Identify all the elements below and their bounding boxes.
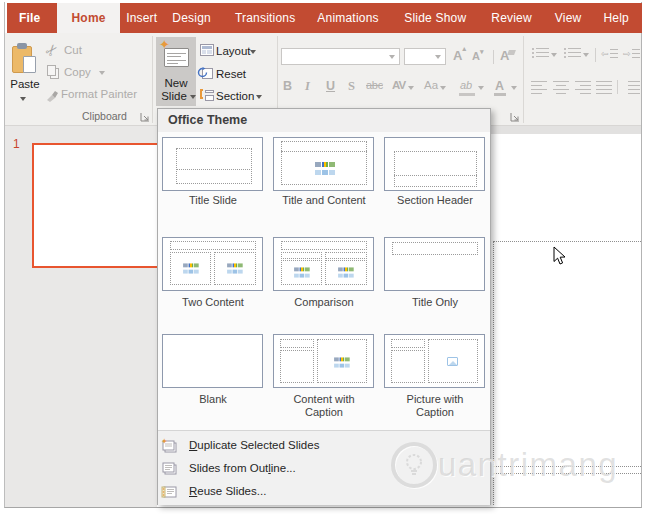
paste-dropdown-arrow[interactable] xyxy=(20,97,26,101)
tab-transitions[interactable]: Transitions xyxy=(225,3,304,33)
tab-view[interactable]: View xyxy=(544,3,593,33)
change-case-arrow[interactable] xyxy=(440,86,446,90)
new-slide-dropdown-arrow[interactable] xyxy=(190,95,196,99)
clear-formatting-button[interactable]: A xyxy=(500,48,509,63)
layout-label: Title Only xyxy=(380,296,490,309)
layout-comparison[interactable] xyxy=(273,237,374,291)
grow-font-button[interactable]: A▴ xyxy=(453,48,462,63)
line-spacing-icon[interactable] xyxy=(628,81,640,97)
font-color-button[interactable]: A xyxy=(495,79,504,93)
font-size-combobox[interactable] xyxy=(404,48,446,65)
character-spacing-arrow[interactable] xyxy=(408,86,414,90)
format-painter-label[interactable]: Format Painter xyxy=(61,88,137,100)
copy-icon[interactable] xyxy=(47,65,62,79)
text-highlight-button[interactable]: ab xyxy=(460,79,472,91)
number-dot xyxy=(564,52,566,54)
placeholder-outline xyxy=(392,242,478,255)
menu-duplicate-selected-slides[interactable]: ✦ Duplicate Selected Slides xyxy=(158,435,490,458)
layout-picture-with-caption[interactable] xyxy=(384,334,485,388)
section-dropdown-arrow[interactable] xyxy=(256,95,262,99)
tab-design[interactable]: Design xyxy=(164,3,220,33)
shrink-font-button[interactable]: A▾ xyxy=(472,50,480,62)
strikethrough-button[interactable]: abc xyxy=(366,79,383,91)
increase-indent-icon[interactable]: ⇨ xyxy=(623,49,631,59)
layout-icon[interactable] xyxy=(200,44,214,56)
format-painter-icon[interactable] xyxy=(45,88,60,106)
placeholder-outline xyxy=(280,339,314,348)
mini-separator xyxy=(617,80,618,94)
underline-button[interactable]: U xyxy=(326,79,335,93)
tab-slide-show[interactable]: Slide Show xyxy=(391,3,479,33)
copy-label[interactable]: Copy xyxy=(64,66,91,78)
decrease-indent-icon[interactable]: ⇦ xyxy=(601,49,609,59)
numbering-icon[interactable] xyxy=(568,48,581,60)
numbering-arrow[interactable] xyxy=(583,53,589,57)
slide-thumbnail[interactable] xyxy=(32,143,162,268)
layout-title-only[interactable] xyxy=(384,237,485,291)
section-label[interactable]: Section xyxy=(216,90,254,102)
align-right-icon[interactable] xyxy=(575,81,591,97)
new-slide-label-line1: New xyxy=(156,77,196,89)
bold-button[interactable]: B xyxy=(283,79,292,93)
bullets-arrow[interactable] xyxy=(551,53,557,57)
layout-two-content[interactable] xyxy=(162,237,263,291)
change-case-button[interactable]: Aa xyxy=(424,79,438,91)
text-shadow-button[interactable]: S xyxy=(348,79,355,94)
layout-title-slide[interactable] xyxy=(162,137,263,191)
subtitle-placeholder-border[interactable] xyxy=(493,241,641,467)
bullets-icon[interactable] xyxy=(536,48,549,60)
reset-icon[interactable] xyxy=(199,67,213,79)
menu-slides-from-outline[interactable]: Slides from Outline... xyxy=(158,458,490,481)
layout-title-and-content[interactable] xyxy=(273,137,374,191)
combo-dropdown-arrow-icon[interactable] xyxy=(389,55,395,59)
layout-section-header[interactable] xyxy=(384,137,485,191)
lower-placeholder-border[interactable] xyxy=(493,473,641,505)
layout-label: Blank xyxy=(158,393,268,406)
layout-label: Section Header xyxy=(380,194,490,207)
placeholder-outline xyxy=(394,151,477,187)
tab-file[interactable]: File xyxy=(10,3,49,33)
mini-separator xyxy=(595,48,596,62)
tab-help[interactable]: Help xyxy=(592,3,639,33)
font-dialog-launcher-icon[interactable] xyxy=(510,112,520,122)
tab-animations[interactable]: Animations xyxy=(305,3,391,33)
layout-label: Content with Caption xyxy=(283,393,365,419)
font-name-combobox[interactable] xyxy=(281,48,400,65)
tab-review[interactable]: Review xyxy=(479,3,544,33)
justify-icon[interactable] xyxy=(596,81,612,97)
new-slide-dropdown: Office Theme Title Slide Title and Conte… xyxy=(157,108,491,505)
layout-label: Comparison xyxy=(269,296,379,309)
layout-label: Title and Content xyxy=(269,194,379,207)
duplicate-slides-icon: ✦ xyxy=(161,438,178,454)
paste-label: Paste xyxy=(8,78,42,90)
clipboard-dialog-launcher-icon[interactable] xyxy=(140,112,150,122)
copy-dropdown-arrow[interactable] xyxy=(99,71,105,75)
tab-home[interactable]: Home xyxy=(57,3,119,33)
combo-dropdown-arrow-icon[interactable] xyxy=(435,55,441,59)
align-center-icon[interactable] xyxy=(553,81,569,97)
slides-from-outline-icon xyxy=(161,461,178,477)
italic-button[interactable]: I xyxy=(305,79,310,94)
layout-label: Title Slide xyxy=(158,194,268,207)
paste-icon xyxy=(11,43,37,75)
menu-reuse-slides[interactable]: Reuse Slides... xyxy=(158,481,490,504)
font-color-arrow[interactable] xyxy=(511,86,517,90)
text-highlight-arrow[interactable] xyxy=(478,86,484,90)
clipboard-clip xyxy=(17,43,27,49)
new-slide-icon: ✦ xyxy=(163,46,190,68)
layout-dropdown-arrow[interactable] xyxy=(250,50,256,54)
placeholder-outline xyxy=(325,252,367,259)
picture-icon xyxy=(447,357,458,366)
character-spacing-button[interactable]: AV xyxy=(392,79,405,91)
cut-label[interactable]: Cut xyxy=(64,44,82,56)
layout-label[interactable]: Layout xyxy=(216,45,251,57)
section-icon[interactable] xyxy=(200,89,214,101)
layout-blank[interactable] xyxy=(162,334,263,388)
tab-insert[interactable]: Insert xyxy=(120,3,164,33)
align-left-icon[interactable] xyxy=(531,81,547,97)
placeholder-outline xyxy=(391,350,425,383)
layout-content-with-caption[interactable] xyxy=(273,334,374,388)
reset-label[interactable]: Reset xyxy=(216,68,246,80)
placeholder-outline xyxy=(280,350,314,383)
placeholder-outline xyxy=(170,241,256,250)
